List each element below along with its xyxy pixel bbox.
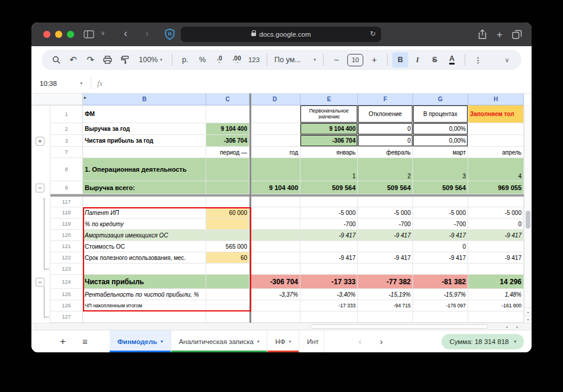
cell-F122[interactable]: -9 417 bbox=[358, 252, 413, 264]
cell-C117[interactable] bbox=[206, 197, 249, 207]
cell-C7[interactable]: период — bbox=[206, 147, 249, 158]
cell-E1[interactable]: Первоначальное значение bbox=[300, 105, 358, 123]
cell-C125[interactable] bbox=[206, 289, 249, 300]
cell-H1[interactable]: Заполняем тол bbox=[468, 105, 524, 123]
sidebar-icon[interactable] bbox=[84, 30, 94, 38]
cell-H120[interactable]: -9 417 bbox=[468, 230, 524, 241]
new-tab-icon[interactable]: + bbox=[497, 30, 503, 40]
cell-F124[interactable]: -77 382 bbox=[358, 275, 413, 289]
cell-B123[interactable] bbox=[83, 264, 206, 275]
cell-D121[interactable] bbox=[249, 241, 300, 252]
row-header-117[interactable]: 117 bbox=[50, 197, 83, 207]
scroll-right-button[interactable]: ▸ bbox=[513, 323, 522, 330]
cell-F3[interactable]: 0 bbox=[358, 135, 413, 147]
cell-B2[interactable]: Выручка за год bbox=[83, 123, 206, 135]
cell-C122[interactable]: 60 bbox=[206, 252, 249, 264]
increase-font-size-button[interactable]: + bbox=[366, 52, 382, 68]
scroll-down-button[interactable]: ▾ bbox=[524, 315, 532, 323]
minimize-button[interactable] bbox=[55, 31, 62, 38]
row-header-9[interactable]: 9 bbox=[50, 181, 83, 194]
cell-B118[interactable]: Патент ИП bbox=[83, 207, 206, 219]
cell-G7[interactable]: март bbox=[413, 147, 468, 158]
row-header-123[interactable]: 123 bbox=[50, 264, 83, 275]
column-header-B[interactable]: B▸ bbox=[83, 94, 206, 105]
cell-D9[interactable]: 9 104 400 bbox=[249, 181, 300, 194]
row-header-119[interactable]: 119 bbox=[50, 219, 83, 230]
cell-G121[interactable]: 0 bbox=[413, 241, 468, 252]
row-header-7[interactable]: 7 bbox=[50, 147, 83, 158]
cell-E127[interactable] bbox=[300, 311, 358, 323]
cell-C8[interactable] bbox=[206, 158, 249, 181]
chevron-down-icon[interactable]: ∨ bbox=[101, 30, 105, 36]
cell-G119[interactable]: -700 bbox=[413, 219, 468, 230]
tabs-scroll-left-icon[interactable]: ‹ bbox=[359, 330, 362, 352]
cell-D124[interactable]: -306 704 bbox=[249, 275, 300, 289]
sum-badge[interactable]: Сумма: 18 314 818 ▾ bbox=[442, 334, 524, 349]
cell-H9[interactable]: 969 055 bbox=[468, 181, 524, 194]
group-collapse-button-2[interactable]: − bbox=[36, 278, 44, 287]
cell-C121[interactable]: 565 000 bbox=[206, 241, 249, 252]
cell-D125[interactable]: -3,37% bbox=[249, 289, 300, 300]
cell-E9[interactable]: 509 564 bbox=[300, 181, 358, 194]
cell-D3[interactable] bbox=[249, 135, 300, 147]
font-size-input[interactable]: 10 bbox=[347, 54, 363, 66]
cell-D119[interactable] bbox=[249, 219, 300, 230]
vertical-scrollbar-thumb[interactable] bbox=[526, 211, 530, 229]
row-header-127[interactable]: 127 bbox=[50, 311, 83, 323]
cell-G9[interactable]: 509 564 bbox=[413, 181, 468, 194]
cell-B127[interactable] bbox=[83, 311, 206, 323]
cell-B126[interactable]: ЧП накопленным итогом bbox=[83, 300, 206, 311]
tabs-scroll-right-icon[interactable]: › bbox=[380, 330, 383, 352]
cell-F8[interactable]: 2 bbox=[358, 158, 413, 181]
cell-H126[interactable]: -161 800 bbox=[468, 300, 524, 311]
cell-H122[interactable]: -9 417 bbox=[468, 252, 524, 264]
sheet-tab-3[interactable]: НФ▾ bbox=[267, 330, 299, 352]
cell-C120[interactable] bbox=[206, 230, 249, 241]
cell-E3[interactable]: -306 704 bbox=[300, 135, 358, 147]
cell-G117[interactable] bbox=[413, 197, 468, 207]
column-header-F[interactable]: F bbox=[358, 94, 413, 105]
row-header-122[interactable]: 122 bbox=[50, 252, 83, 264]
cell-F118[interactable]: -5 000 bbox=[358, 207, 413, 219]
cell-E122[interactable]: -9 417 bbox=[300, 252, 358, 264]
shield-extension-icon[interactable] bbox=[164, 28, 175, 40]
sheet-tab-2[interactable]: Аналитическая записка▾ bbox=[171, 330, 268, 352]
cell-C9[interactable] bbox=[206, 181, 249, 194]
decrease-decimal-button[interactable]: .0← bbox=[212, 52, 228, 68]
cell-G126[interactable]: -176 097 bbox=[413, 300, 468, 311]
cell-C119[interactable] bbox=[206, 219, 249, 230]
cell-B125[interactable]: Рентабельность по чистой прибыли, % bbox=[83, 289, 206, 300]
horizontal-scrollbar[interactable]: ◂ ▸ bbox=[31, 323, 532, 330]
strikethrough-button[interactable]: S bbox=[427, 52, 443, 68]
collapse-toolbar-icon[interactable]: ∨ bbox=[499, 52, 515, 68]
address-bar[interactable]: docs.google.com ↻ bbox=[181, 27, 381, 42]
column-header-G[interactable]: G bbox=[413, 94, 468, 105]
cell-H7[interactable]: апрель bbox=[468, 147, 524, 158]
column-header-C[interactable]: C bbox=[206, 94, 249, 105]
cell-G125[interactable]: -15,97% bbox=[413, 289, 468, 300]
currency-format-button[interactable]: р. bbox=[177, 52, 193, 68]
scroll-up-button[interactable]: ▴ bbox=[524, 307, 532, 315]
group-collapse-button[interactable]: − bbox=[36, 184, 44, 192]
decrease-font-size-button[interactable]: − bbox=[328, 52, 344, 68]
forward-icon[interactable]: › bbox=[145, 27, 149, 40]
cell-G122[interactable]: -9 417 bbox=[413, 252, 468, 264]
cell-E120[interactable]: -9 417 bbox=[300, 230, 358, 241]
cell-C3[interactable]: -306 704 bbox=[206, 135, 249, 147]
print-icon[interactable] bbox=[100, 52, 116, 68]
cell-D2[interactable] bbox=[249, 123, 300, 135]
text-color-button[interactable]: A bbox=[444, 52, 460, 68]
column-header-D[interactable]: D bbox=[249, 94, 300, 105]
share-icon[interactable] bbox=[478, 29, 487, 40]
all-sheets-icon[interactable]: ≡ bbox=[82, 330, 88, 352]
cell-H117[interactable] bbox=[468, 197, 524, 207]
cell-E125[interactable]: -3,40% bbox=[300, 289, 358, 300]
percent-format-button[interactable]: % bbox=[194, 52, 210, 68]
cell-B119[interactable]: % по кредиту bbox=[83, 219, 206, 230]
cell-E117[interactable] bbox=[300, 197, 358, 207]
cell-B120[interactable]: Амортизация имеющихся ОС bbox=[83, 230, 206, 241]
cell-B124[interactable]: Чистая прибыль bbox=[83, 275, 206, 289]
cell-D123[interactable] bbox=[249, 264, 300, 275]
zoom-button[interactable] bbox=[67, 31, 74, 38]
cell-E126[interactable]: -17 333 bbox=[300, 300, 358, 311]
